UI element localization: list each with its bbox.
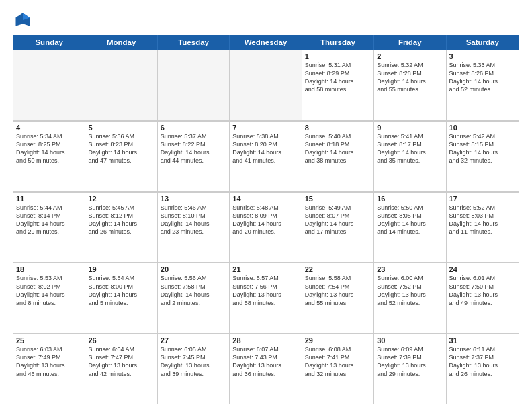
- cal-cell: 14Sunrise: 5:48 AM Sunset: 8:09 PM Dayli…: [230, 192, 302, 263]
- day-detail: Sunrise: 5:34 AM Sunset: 8:25 PM Dayligh…: [16, 132, 82, 165]
- cal-cell: 22Sunrise: 5:58 AM Sunset: 7:54 PM Dayli…: [302, 263, 374, 333]
- day-detail: Sunrise: 6:08 AM Sunset: 7:41 PM Dayligh…: [305, 345, 371, 378]
- day-detail: Sunrise: 5:52 AM Sunset: 8:03 PM Dayligh…: [449, 203, 516, 236]
- logo: [13, 11, 35, 30]
- day-number: 25: [16, 336, 82, 345]
- day-detail: Sunrise: 5:40 AM Sunset: 8:18 PM Dayligh…: [305, 132, 371, 165]
- cal-cell: 13Sunrise: 5:46 AM Sunset: 8:10 PM Dayli…: [158, 192, 230, 263]
- header-day-sunday: Sunday: [13, 35, 85, 50]
- day-number: 29: [305, 336, 371, 345]
- day-detail: Sunrise: 6:05 AM Sunset: 7:45 PM Dayligh…: [161, 345, 226, 378]
- day-number: 19: [88, 265, 154, 273]
- day-detail: Sunrise: 5:53 AM Sunset: 8:02 PM Dayligh…: [16, 274, 82, 307]
- day-detail: Sunrise: 5:37 AM Sunset: 8:22 PM Dayligh…: [161, 132, 226, 165]
- cal-cell: 11Sunrise: 5:44 AM Sunset: 8:14 PM Dayli…: [13, 192, 85, 263]
- cal-cell: 21Sunrise: 5:57 AM Sunset: 7:56 PM Dayli…: [230, 263, 302, 333]
- calendar-body: 1Sunrise: 5:31 AM Sunset: 8:29 PM Daylig…: [13, 50, 519, 404]
- day-detail: Sunrise: 5:38 AM Sunset: 8:20 PM Dayligh…: [232, 132, 298, 165]
- day-number: 3: [449, 52, 516, 60]
- day-number: 23: [377, 265, 443, 273]
- day-number: 15: [305, 195, 371, 203]
- cal-cell: 29Sunrise: 6:08 AM Sunset: 7:41 PM Dayli…: [302, 334, 374, 404]
- day-detail: Sunrise: 6:01 AM Sunset: 7:50 PM Dayligh…: [449, 274, 516, 307]
- day-detail: Sunrise: 5:49 AM Sunset: 8:07 PM Dayligh…: [305, 203, 371, 236]
- cal-cell: 28Sunrise: 6:07 AM Sunset: 7:43 PM Dayli…: [230, 334, 302, 404]
- day-detail: Sunrise: 5:42 AM Sunset: 8:15 PM Dayligh…: [449, 132, 516, 165]
- day-detail: Sunrise: 5:31 AM Sunset: 8:29 PM Dayligh…: [305, 61, 371, 94]
- page: SundayMondayTuesdayWednesdayThursdayFrid…: [0, 0, 532, 411]
- calendar: SundayMondayTuesdayWednesdayThursdayFrid…: [13, 35, 519, 404]
- day-detail: Sunrise: 6:04 AM Sunset: 7:47 PM Dayligh…: [88, 345, 154, 378]
- cal-cell: 25Sunrise: 6:03 AM Sunset: 7:49 PM Dayli…: [13, 334, 85, 404]
- week-row-3: 11Sunrise: 5:44 AM Sunset: 8:14 PM Dayli…: [13, 192, 519, 263]
- cal-cell: 9Sunrise: 5:41 AM Sunset: 8:17 PM Daylig…: [374, 121, 446, 191]
- cal-cell: 23Sunrise: 6:00 AM Sunset: 7:52 PM Dayli…: [374, 263, 446, 333]
- header-day-wednesday: Wednesday: [230, 35, 302, 50]
- day-detail: Sunrise: 5:56 AM Sunset: 7:58 PM Dayligh…: [161, 274, 226, 307]
- day-number: 12: [88, 195, 154, 203]
- day-detail: Sunrise: 6:03 AM Sunset: 7:49 PM Dayligh…: [16, 345, 82, 378]
- day-detail: Sunrise: 5:41 AM Sunset: 8:17 PM Dayligh…: [377, 132, 443, 165]
- cal-cell: 27Sunrise: 6:05 AM Sunset: 7:45 PM Dayli…: [158, 334, 230, 404]
- header-day-friday: Friday: [374, 35, 446, 50]
- day-number: 30: [377, 336, 443, 345]
- day-number: 27: [161, 336, 226, 345]
- cal-cell: 17Sunrise: 5:52 AM Sunset: 8:03 PM Dayli…: [447, 192, 519, 263]
- cal-cell: 6Sunrise: 5:37 AM Sunset: 8:22 PM Daylig…: [158, 121, 230, 191]
- day-detail: Sunrise: 6:11 AM Sunset: 7:37 PM Dayligh…: [449, 345, 516, 378]
- day-number: 13: [161, 195, 226, 203]
- cal-cell: 26Sunrise: 6:04 AM Sunset: 7:47 PM Dayli…: [85, 334, 157, 404]
- cal-cell: 5Sunrise: 5:36 AM Sunset: 8:23 PM Daylig…: [85, 121, 157, 191]
- cal-cell: 20Sunrise: 5:56 AM Sunset: 7:58 PM Dayli…: [158, 263, 230, 333]
- cal-cell: 31Sunrise: 6:11 AM Sunset: 7:37 PM Dayli…: [447, 334, 519, 404]
- day-number: 21: [232, 265, 298, 273]
- header-day-saturday: Saturday: [447, 35, 519, 50]
- calendar-header: SundayMondayTuesdayWednesdayThursdayFrid…: [13, 35, 519, 50]
- week-row-4: 18Sunrise: 5:53 AM Sunset: 8:02 PM Dayli…: [13, 263, 519, 334]
- cal-cell: [13, 50, 85, 120]
- header-day-tuesday: Tuesday: [158, 35, 230, 50]
- day-detail: Sunrise: 5:33 AM Sunset: 8:26 PM Dayligh…: [449, 61, 516, 94]
- cal-cell: [85, 50, 157, 120]
- day-detail: Sunrise: 5:45 AM Sunset: 8:12 PM Dayligh…: [88, 203, 154, 236]
- cal-cell: 16Sunrise: 5:50 AM Sunset: 8:05 PM Dayli…: [374, 192, 446, 263]
- day-number: 8: [305, 124, 371, 132]
- day-number: 22: [305, 265, 371, 273]
- cal-cell: 8Sunrise: 5:40 AM Sunset: 8:18 PM Daylig…: [302, 121, 374, 191]
- day-number: 11: [16, 195, 82, 203]
- day-number: 14: [232, 195, 298, 203]
- header-day-monday: Monday: [85, 35, 157, 50]
- cal-cell: 12Sunrise: 5:45 AM Sunset: 8:12 PM Dayli…: [85, 192, 157, 263]
- day-number: 6: [161, 124, 226, 132]
- header: [13, 11, 519, 30]
- cal-cell: 18Sunrise: 5:53 AM Sunset: 8:02 PM Dayli…: [13, 263, 85, 333]
- cal-cell: [230, 50, 302, 120]
- cal-cell: 10Sunrise: 5:42 AM Sunset: 8:15 PM Dayli…: [447, 121, 519, 191]
- day-number: 20: [161, 265, 226, 273]
- cal-cell: 24Sunrise: 6:01 AM Sunset: 7:50 PM Dayli…: [447, 263, 519, 333]
- day-detail: Sunrise: 5:32 AM Sunset: 8:28 PM Dayligh…: [377, 61, 443, 94]
- day-number: 28: [232, 336, 298, 345]
- week-row-1: 1Sunrise: 5:31 AM Sunset: 8:29 PM Daylig…: [13, 50, 519, 121]
- day-number: 18: [16, 265, 82, 273]
- cal-cell: [158, 50, 230, 120]
- day-detail: Sunrise: 5:58 AM Sunset: 7:54 PM Dayligh…: [305, 274, 371, 307]
- day-number: 16: [377, 195, 443, 203]
- week-row-5: 25Sunrise: 6:03 AM Sunset: 7:49 PM Dayli…: [13, 334, 519, 404]
- day-number: 10: [449, 124, 516, 132]
- logo-icon: [13, 11, 32, 30]
- day-detail: Sunrise: 6:00 AM Sunset: 7:52 PM Dayligh…: [377, 274, 443, 307]
- day-detail: Sunrise: 5:54 AM Sunset: 8:00 PM Dayligh…: [88, 274, 154, 307]
- day-number: 26: [88, 336, 154, 345]
- day-detail: Sunrise: 6:07 AM Sunset: 7:43 PM Dayligh…: [232, 345, 298, 378]
- cal-cell: 30Sunrise: 6:09 AM Sunset: 7:39 PM Dayli…: [374, 334, 446, 404]
- day-detail: Sunrise: 5:50 AM Sunset: 8:05 PM Dayligh…: [377, 203, 443, 236]
- day-number: 4: [16, 124, 82, 132]
- cal-cell: 2Sunrise: 5:32 AM Sunset: 8:28 PM Daylig…: [374, 50, 446, 120]
- cal-cell: 15Sunrise: 5:49 AM Sunset: 8:07 PM Dayli…: [302, 192, 374, 263]
- day-detail: Sunrise: 6:09 AM Sunset: 7:39 PM Dayligh…: [377, 345, 443, 378]
- day-number: 5: [88, 124, 154, 132]
- day-number: 2: [377, 52, 443, 60]
- day-number: 1: [305, 52, 371, 60]
- day-number: 31: [449, 336, 516, 345]
